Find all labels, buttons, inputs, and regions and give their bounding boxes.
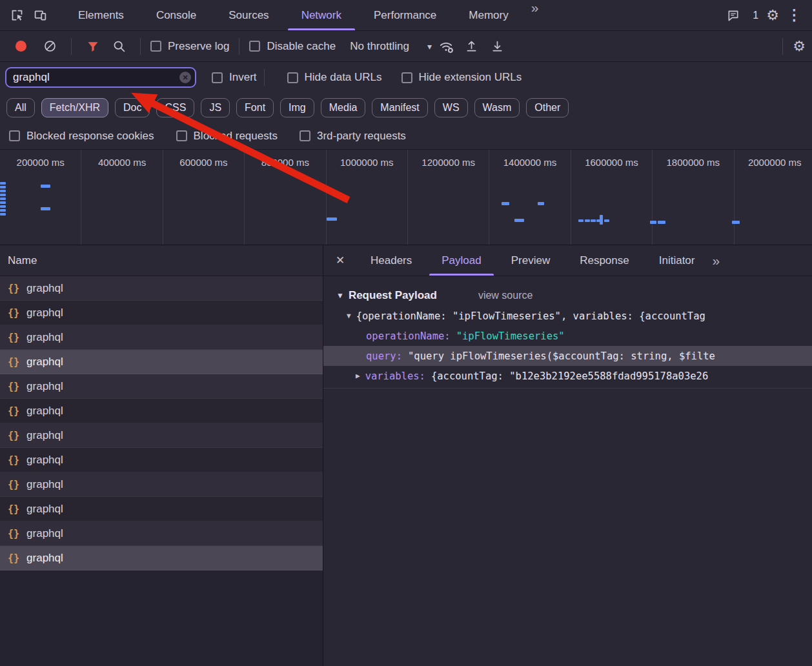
json-braces-icon: {} [8,454,19,466]
more-menu-icon[interactable]: ⋮ [787,8,802,23]
blocked-requests-checkbox[interactable]: Blocked requests [176,130,278,143]
expand-triangle-icon[interactable]: ▶ [356,372,360,380]
request-row[interactable]: {}graphql [0,423,323,448]
checkbox-box [401,72,412,83]
tab-network[interactable]: Network [285,0,358,30]
payload-variables-row[interactable]: ▶ variables: {accountTag: "b12e3b2192ee5… [323,366,812,386]
export-har-icon[interactable] [486,35,509,58]
chip-ws[interactable]: WS [434,98,468,117]
close-icon[interactable]: ✕ [325,254,356,267]
clear-filter-icon[interactable]: ✕ [179,72,191,83]
settings-icon[interactable]: ⚙ [766,8,779,23]
timeline-label: 800000 ms [261,157,309,245]
json-braces-icon: {} [8,283,19,294]
request-name: graphql [26,380,63,393]
inspect-icon[interactable] [5,4,28,27]
filter-input[interactable] [5,67,196,88]
timeline-column: 1000000 ms [327,150,408,245]
chip-other[interactable]: Other [526,98,569,117]
tab-headers[interactable]: Headers [356,245,427,276]
payload-operation-row[interactable]: operationName: "ipFlowTimeseries" [323,326,812,346]
request-row[interactable]: {}graphql [0,546,323,570]
tab-memory[interactable]: Memory [452,0,524,30]
divider [323,388,812,388]
request-row[interactable]: {}graphql [0,301,323,325]
request-row[interactable]: {}graphql [0,472,323,497]
waterfall-overview[interactable]: 200000 ms 400000 ms 600000 ms 800000 ms … [0,150,812,245]
chip-media[interactable]: Media [321,98,366,117]
device-toolbar-icon[interactable] [28,4,52,27]
chip-wasm[interactable]: Wasm [474,98,520,117]
request-row[interactable]: {}graphql [0,325,323,350]
request-row[interactable]: {}graphql [0,399,323,423]
record-button[interactable] [15,41,26,52]
waterfall-bar [0,186,6,188]
checkbox-box [299,130,310,141]
preserve-log-checkbox[interactable]: Preserve log [150,40,229,53]
chip-doc[interactable]: Doc [115,98,150,117]
request-row[interactable]: {}graphql [0,448,323,472]
tab-elements[interactable]: Elements [62,0,140,30]
tab-payload[interactable]: Payload [427,245,496,276]
collapse-triangle-icon[interactable]: ▼ [336,291,344,300]
request-name: graphql [26,454,63,467]
timeline-label: 1800000 ms [667,157,720,245]
request-row[interactable]: {}graphql [0,521,323,546]
tab-initiator[interactable]: Initiator [644,245,710,276]
tab-response[interactable]: Response [565,245,644,276]
chip-fetch-xhr[interactable]: Fetch/XHR [41,98,108,117]
json-braces-icon: {} [8,307,19,319]
request-row[interactable]: {}graphql [0,374,323,399]
tabbar-right: 1 ⚙ ⋮ [722,4,807,27]
hide-data-urls-checkbox[interactable]: Hide data URLs [287,71,382,84]
waterfall-bar [327,217,337,221]
chevron-down-icon: ▾ [427,41,432,52]
waterfall-bar [41,185,50,188]
tab-sources[interactable]: Sources [212,0,285,30]
chip-css[interactable]: CSS [156,98,194,117]
expand-triangle-icon[interactable]: ▼ [347,312,351,320]
timeline-label: 2000000 ms [748,157,802,245]
chip-js[interactable]: JS [201,98,230,117]
chip-all[interactable]: All [6,98,35,117]
issues-icon[interactable] [722,4,745,27]
disable-cache-checkbox[interactable]: Disable cache [249,40,336,53]
network-main: Name {}graphql {}graphql {}graphql {}gra… [0,245,812,666]
waterfall-bar [732,221,740,224]
json-braces-icon: {} [8,430,19,441]
import-har-icon[interactable] [460,35,483,58]
more-tabs-icon[interactable]: » [525,0,545,30]
request-list-panel: Name {}graphql {}graphql {}graphql {}gra… [0,245,323,666]
name-column-header[interactable]: Name [0,245,323,276]
search-icon[interactable] [107,35,130,58]
tab-console[interactable]: Console [140,0,212,30]
waterfall-bar [0,201,6,204]
checkbox-box [287,72,298,83]
request-name: graphql [26,282,63,295]
chip-img[interactable]: Img [280,98,314,117]
invert-checkbox[interactable]: Invert [212,71,257,84]
network-settings-icon[interactable]: ⚙ [793,39,806,54]
payload-string-value: "ipFlowTimeseries" [456,330,565,342]
blocked-response-cookies-checkbox[interactable]: Blocked response cookies [9,130,154,143]
filter-icon[interactable] [81,35,105,58]
clear-network-log-icon[interactable] [38,35,61,58]
payload-key: operationName: [366,330,451,342]
tab-performance[interactable]: Performance [358,0,452,30]
checkbox-label: Invert [229,71,257,84]
chip-font[interactable]: Font [236,98,274,117]
request-row[interactable]: {}graphql [0,497,323,521]
third-party-requests-checkbox[interactable]: 3rd-party requests [299,130,406,143]
hide-extension-urls-checkbox[interactable]: Hide extension URLs [401,71,522,84]
chip-manifest[interactable]: Manifest [372,98,427,117]
network-conditions-icon[interactable] [434,35,458,58]
view-source-link[interactable]: view source [478,290,533,301]
tab-preview[interactable]: Preview [496,245,565,276]
payload-root-row[interactable]: ▼ {operationName: "ipFlowTimeseries", va… [323,306,812,326]
throttling-dropdown[interactable]: No throttling ▾ [350,40,432,53]
more-tabs-icon[interactable]: » [712,253,720,268]
request-row[interactable]: {}graphql [0,276,323,301]
waterfall-bar [502,202,509,205]
request-row[interactable]: {}graphql [0,350,323,374]
payload-query-row[interactable]: query: "query ipFlowTimeseries($accountT… [323,346,812,366]
